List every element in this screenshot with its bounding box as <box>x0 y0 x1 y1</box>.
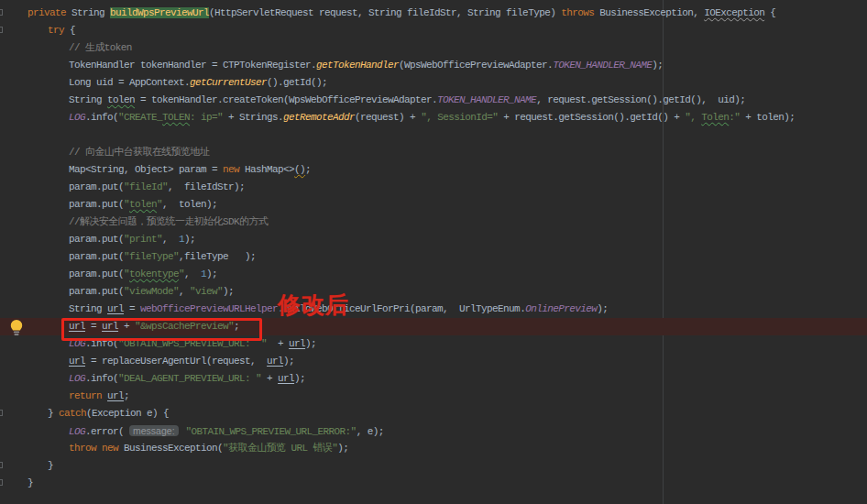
code-token: = <box>85 321 102 332</box>
code-token: , e); <box>357 426 384 437</box>
code-token: webOfficePreviewURLHelper <box>140 303 278 314</box>
code-token: Tolen <box>701 112 729 123</box>
code-line: param.put("print", 1); <box>0 231 867 248</box>
code-line: } <box>0 475 867 492</box>
code-token: url <box>107 390 124 401</box>
code-token: ); <box>283 356 294 367</box>
code-token: (HttpServletRequest request, String file… <box>209 7 561 18</box>
code-token: TOKEN_HANDLER_NAME <box>437 94 536 105</box>
code-token: + <box>118 321 135 332</box>
code-token: ); <box>294 373 305 384</box>
code-token: ); <box>652 60 663 71</box>
code-token: url <box>289 338 305 349</box>
code-token: buildWpsPreviewUrl <box>110 7 209 18</box>
code-token: // 生成token <box>69 42 132 53</box>
code-line: LOG.info("DEAL_AGENT_PREVIEW_URL: " + ur… <box>0 370 867 388</box>
code-token: "OBTAIN_WPS_PREVIEW_URL_ERROR:" <box>186 426 357 437</box>
code-token: url <box>107 303 124 314</box>
code-line: param.put("tokentype", 1); <box>0 266 867 283</box>
code-token: "fileType" <box>124 251 179 262</box>
code-line: LOG.info("CREATE_TOLEN: ip=" + Strings.g… <box>0 109 867 126</box>
code-token: , tolen); <box>162 199 217 210</box>
code-line: // 向金山中台获取在线预览地址 <box>0 144 867 161</box>
code-token: tolen <box>107 94 135 105</box>
code-token: ); <box>305 338 316 349</box>
code-token: LOG <box>69 426 85 437</box>
code-token: "OBTAIN_WPS_PREVIEW_URL: " <box>118 338 267 349</box>
code-line: String url = webOfficePreviewURLHelper.b… <box>0 301 867 318</box>
code-token: } <box>48 460 53 471</box>
code-token: "view" <box>190 286 223 297</box>
code-token: + tolen); <box>740 112 795 123</box>
code-editor[interactable]: private String buildWpsPreviewUrl(HttpSe… <box>0 0 867 504</box>
code-token: ", SessionId=" <box>421 112 498 123</box>
code-token: ); <box>337 443 348 454</box>
code-token: getCurrentUser <box>190 77 267 88</box>
code-token: "viewMode" <box>124 286 179 297</box>
code-token: + <box>267 338 289 349</box>
code-token: TokenHandler tokenHandler = CTPTokenRegi… <box>69 60 316 71</box>
code-line: Map<String, Object> param = new HashMap<… <box>0 161 867 179</box>
code-token: ,fileType ); <box>179 251 256 262</box>
code-token: (Exception e) { <box>86 408 169 419</box>
code-token: : ip=" <box>190 112 223 123</box>
code-token: url <box>69 356 85 367</box>
code-token: { <box>764 7 775 18</box>
code-token: param.put( <box>69 199 124 210</box>
code-token: .error( <box>85 426 129 437</box>
code-token: param.put( <box>69 286 124 297</box>
code-token: param.put( <box>69 268 124 279</box>
code-token: new <box>223 164 239 175</box>
code-line: param.put("viewMode", "view"); <box>0 283 867 301</box>
fold-marker-icon[interactable] <box>0 462 3 468</box>
code-line: Long uid = AppContext.getCurrentUser().g… <box>0 74 867 92</box>
code-token: ); <box>184 234 195 245</box>
code-token: + request.getSession().getId() + <box>498 112 685 123</box>
code-token: ", <box>685 112 701 123</box>
code-token: tokentype <box>129 268 179 279</box>
code-token: = replaceUserAgentUrl(request, <box>85 356 267 367</box>
code-token: tolen <box>129 199 157 210</box>
code-line: } catch(Exception e) { <box>0 405 867 422</box>
fold-marker-icon[interactable] <box>0 9 3 16</box>
code-line: return url; <box>0 388 867 405</box>
code-token: ().getId(); <box>267 77 327 88</box>
code-line: LOG.error( message: "OBTAIN_WPS_PREVIEW_… <box>0 422 867 440</box>
code-token: catch <box>59 408 86 419</box>
code-line: // 生成token <box>0 39 867 57</box>
fold-marker-icon[interactable] <box>0 410 3 416</box>
code-token: TOLEN <box>162 112 190 123</box>
code-token: param.put( <box>69 181 124 192</box>
code-token: BusinessException, <box>594 7 704 18</box>
code-token: , <box>162 234 179 245</box>
code-token: .info( <box>85 373 118 384</box>
code-token: .info( <box>85 112 118 123</box>
fold-marker-icon[interactable] <box>0 479 3 486</box>
code-token: message: <box>129 425 179 436</box>
code-token: + Strings. <box>223 112 283 123</box>
code-token: LOG <box>69 373 85 384</box>
code-token: "获取金山预览 URL 错误" <box>223 443 337 454</box>
code-token: // 向金山中台获取在线预览地址 <box>69 147 209 158</box>
intention-bulb-icon[interactable] <box>8 319 25 342</box>
fold-marker-icon[interactable] <box>0 27 3 33</box>
code-token: "print" <box>124 234 162 245</box>
code-line: LOG.info("OBTAIN_WPS_PREVIEW_URL: " + ur… <box>0 335 867 353</box>
code-token: , fileIdStr); <box>168 181 245 192</box>
code-token: new <box>102 443 118 454</box>
code-token: + <box>261 373 278 384</box>
code-token: String <box>69 94 107 105</box>
code-token: ; <box>234 321 239 332</box>
code-token: url <box>267 356 283 367</box>
code-line: param.put("fileType",fileType ); <box>0 248 867 266</box>
code-line: try { <box>0 22 867 39</box>
code-token: "CREATE_ <box>118 112 162 123</box>
code-token: HashMap<> <box>239 164 294 175</box>
code-token: () <box>294 164 305 175</box>
code-token: ; <box>305 164 311 175</box>
code-token: } <box>48 408 59 419</box>
code-line: param.put("tolen", tolen); <box>0 196 867 214</box>
code-token: LOG <box>69 338 85 349</box>
code-token: TOKEN_HANDLER_NAME <box>553 60 652 71</box>
code-token: { <box>64 25 75 36</box>
